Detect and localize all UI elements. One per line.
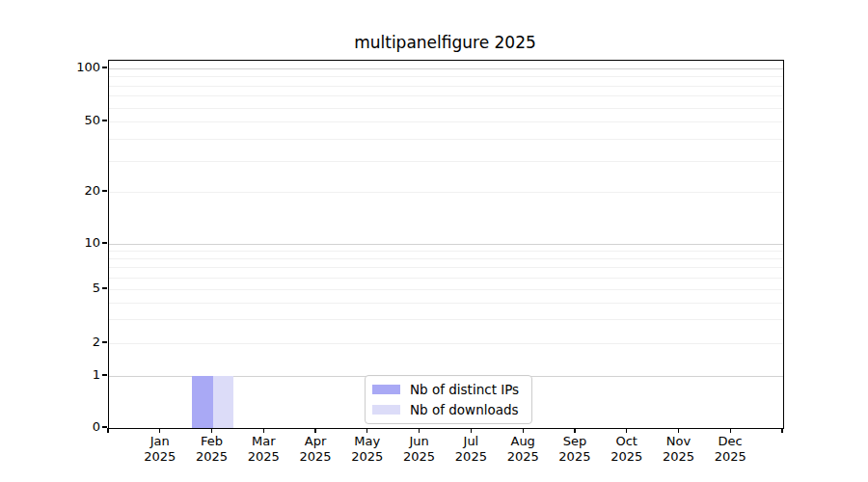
- bar-nb-of-downloads: [213, 376, 234, 428]
- figure: multipanelfigure 2025 Nb of distinct IPs…: [0, 0, 868, 482]
- x-tick: [730, 428, 731, 433]
- y-tick-label: 0: [56, 419, 100, 435]
- y-tick-label: 100: [56, 60, 100, 75]
- gridline-minor: [109, 303, 783, 304]
- gridline-minor: [109, 267, 783, 268]
- y-tick: [102, 242, 107, 243]
- gridline-minor: [109, 343, 783, 344]
- x-tick: [159, 428, 160, 433]
- legend-entry: Nb of downloads: [372, 402, 519, 417]
- legend-swatch: [372, 405, 400, 415]
- x-tick: [366, 428, 367, 433]
- y-tick-label: 50: [56, 113, 100, 128]
- x-tick: [107, 428, 108, 433]
- y-tick: [102, 287, 107, 288]
- y-tick: [102, 120, 107, 120]
- y-tick-label: 10: [56, 235, 100, 251]
- y-tick: [102, 341, 107, 342]
- gridline-minor: [109, 319, 783, 320]
- x-tick: [211, 428, 212, 433]
- gridline-minor: [109, 139, 783, 140]
- x-tick: [626, 428, 627, 433]
- gridline-minor: [109, 95, 783, 96]
- y-tick: [102, 426, 107, 427]
- legend-swatch: [372, 385, 400, 394]
- y-tick-label: 20: [56, 183, 100, 199]
- x-tick: [574, 428, 575, 433]
- y-tick-label: 2: [56, 335, 100, 350]
- gridline-minor: [109, 108, 783, 109]
- x-tick: [419, 428, 420, 433]
- y-tick-label: 1: [56, 367, 100, 383]
- gridline-major: [109, 244, 783, 245]
- x-tick: [314, 428, 315, 433]
- x-tick: [678, 428, 679, 433]
- legend-label: Nb of distinct IPs: [410, 382, 519, 397]
- legend-box: Nb of distinct IPsNb of downloads: [365, 375, 532, 424]
- gridline-minor: [109, 76, 783, 77]
- x-tick: [263, 428, 264, 433]
- gridline-minor: [109, 289, 783, 290]
- legend-entry: Nb of distinct IPs: [372, 382, 519, 397]
- gridline-minor: [109, 192, 783, 193]
- x-tick-year: 2025: [699, 449, 761, 465]
- x-tick-month: Dec: [699, 434, 761, 449]
- y-tick-label: 5: [56, 281, 100, 296]
- x-tick-label: Dec2025: [699, 434, 761, 464]
- x-tick: [523, 428, 524, 433]
- x-tick: [781, 428, 782, 433]
- y-tick: [102, 374, 107, 375]
- gridline-minor: [109, 161, 783, 162]
- gridline-minor: [109, 278, 783, 279]
- legend-label: Nb of downloads: [410, 402, 519, 417]
- gridline-major: [109, 68, 783, 69]
- plot-area: Nb of distinct IPsNb of downloads: [108, 60, 784, 429]
- gridline-minor: [109, 86, 783, 87]
- y-tick: [102, 67, 107, 67]
- gridline-minor: [109, 251, 783, 252]
- chart-title: multipanelfigure 2025: [108, 33, 782, 52]
- bar-nb-of-distinct-ips: [192, 376, 213, 428]
- y-tick: [102, 190, 107, 191]
- gridline-minor: [109, 258, 783, 259]
- gridline-minor: [109, 121, 783, 122]
- x-tick: [471, 428, 472, 433]
